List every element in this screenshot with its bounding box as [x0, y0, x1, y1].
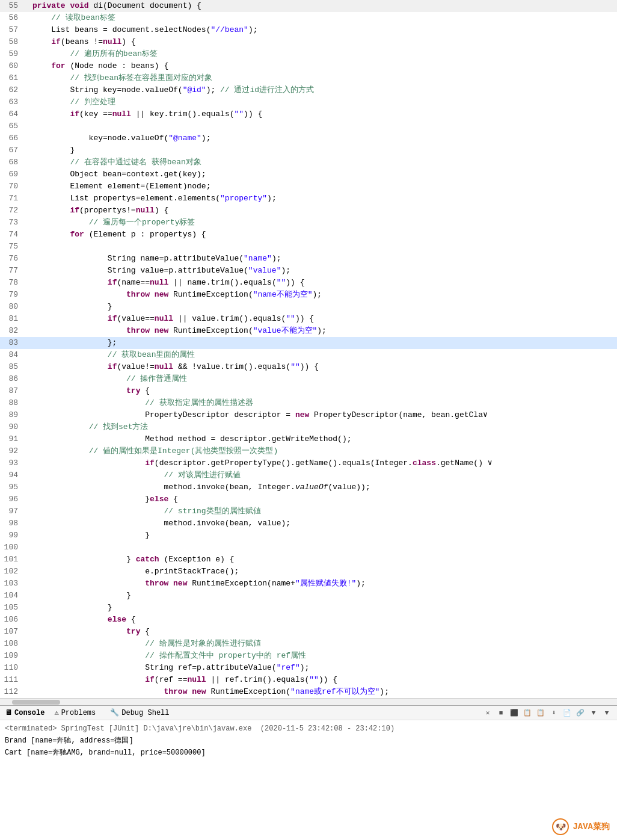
- line-number: 77: [0, 265, 23, 277]
- code-line: 107 try {: [0, 626, 617, 638]
- code-line: 61 // 找到bean标签在容器里面对应的对象: [0, 72, 617, 84]
- scrollbar-thumb[interactable]: [12, 700, 60, 705]
- code-line: 71 List propertys=element.elements("prop…: [0, 193, 617, 205]
- toolbar-btn-3[interactable]: ⬇: [548, 708, 559, 718]
- code-line: 74 for (Element p : propertys) {: [0, 229, 617, 241]
- line-content: // 操作配置文件中 property中的 ref属性: [30, 650, 617, 662]
- line-number: 64: [0, 108, 23, 120]
- line-content: // 判空处理: [30, 96, 617, 108]
- code-line: 92 // 値的属性如果是Integer(其他类型按照一次类型): [0, 445, 617, 457]
- code-line: 85 if(value!=null && !value.trim().equal…: [0, 361, 617, 373]
- line-content: if(beans !=null) {: [30, 36, 617, 48]
- line-content: throw new RuntimeException(name+"属性赋値失败!…: [30, 578, 617, 590]
- code-line: 78 if(name==null || name.trim().equals("…: [0, 277, 617, 289]
- tab-console[interactable]: 🖥 Console: [5, 708, 45, 717]
- line-number: 91: [0, 433, 23, 445]
- line-content: else {: [30, 614, 617, 626]
- line-number: 103: [0, 578, 23, 590]
- line-number: 65: [0, 120, 23, 132]
- code-line: 89 PropertyDescriptor descriptor = new P…: [0, 409, 617, 421]
- line-content: // 获取bean里面的属性: [30, 349, 617, 361]
- code-line: 56 // 读取bean标签: [0, 12, 617, 24]
- code-line: 69 Object bean=context.get(key);: [0, 168, 617, 181]
- line-content: }: [30, 530, 617, 542]
- tab-problems[interactable]: ⚠ Problems: [54, 708, 96, 717]
- code-line: 105 }: [0, 602, 617, 614]
- code-line: 88 // 获取指定属性的属性描述器: [0, 397, 617, 409]
- clear-console-button[interactable]: ✕: [482, 708, 493, 718]
- line-number: 90: [0, 421, 23, 433]
- debug-shell-icon: 🔧: [110, 708, 119, 717]
- line-number: 81: [0, 313, 23, 325]
- line-content: // string类型的属性赋値: [30, 505, 617, 517]
- tab-debug-shell[interactable]: 🔧 Debug Shell: [110, 708, 169, 717]
- line-content: method.invoke(bean, Integer.valueOf(valu…: [30, 481, 617, 493]
- line-number: 60: [0, 60, 23, 72]
- line-number: 83: [0, 337, 23, 349]
- toolbar-btn-4[interactable]: 📄: [562, 708, 572, 718]
- line-number: 59: [0, 48, 23, 60]
- toolbar-btn-2[interactable]: 📋: [535, 708, 546, 718]
- bottom-logo-area: 🐶 JAVA菜狗: [552, 818, 610, 835]
- code-line: 99 }: [0, 530, 617, 542]
- code-line: 111 if(ref ==null || ref.trim().equals("…: [0, 674, 617, 686]
- line-content: // 给属性是对象的属性进行赋値: [30, 638, 617, 650]
- line-number: 94: [0, 469, 23, 481]
- line-number: 75: [0, 241, 23, 253]
- problems-tab-label: Problems: [61, 709, 96, 717]
- toolbar-btn-5[interactable]: 🔗: [575, 708, 586, 718]
- line-content: };: [30, 337, 617, 349]
- code-line: 60 for (Node node : beans) {: [0, 60, 617, 72]
- code-line: 83 };: [0, 337, 617, 349]
- line-number: 73: [0, 217, 23, 229]
- line-number: 56: [0, 12, 23, 24]
- disconnect-button[interactable]: ⬛: [509, 708, 520, 718]
- line-number: 93: [0, 457, 23, 469]
- code-line: 94 // 对该属性进行赋値: [0, 469, 617, 481]
- line-content: throw new RuntimeException("name不能为空");: [30, 289, 617, 301]
- line-content: List beans = document.selectNodes("//bea…: [30, 24, 617, 36]
- line-content: String name=p.attributeValue("name");: [30, 253, 617, 265]
- code-line: 76 String name=p.attributeValue("name");: [0, 253, 617, 265]
- terminate-button[interactable]: ■: [496, 708, 506, 718]
- line-number: 86: [0, 373, 23, 385]
- line-number: 101: [0, 554, 23, 566]
- console-monitor-icon: 🖥: [5, 708, 12, 717]
- line-number: 78: [0, 277, 23, 289]
- line-content: // 操作普通属性: [30, 373, 617, 385]
- code-line: 75: [0, 241, 617, 253]
- line-content: // 获取指定属性的属性描述器: [30, 397, 617, 409]
- line-number: 99: [0, 530, 23, 542]
- code-line: 72 if(propertys!=null) {: [0, 205, 617, 217]
- code-line: 73 // 遍历每一个property标签: [0, 217, 617, 229]
- horizontal-scrollbar[interactable]: [0, 698, 617, 705]
- terminated-line: <terminated> SpringTest [JUnit] D:\java\…: [5, 723, 612, 735]
- code-line: 106 else {: [0, 614, 617, 626]
- line-content: Element element=(Element)node;: [30, 181, 617, 193]
- code-line: 91 Method method = descriptor.getWriteMe…: [0, 433, 617, 445]
- code-line: 81 if(value==null || value.trim().equals…: [0, 313, 617, 325]
- code-line: 95 method.invoke(bean, Integer.valueOf(v…: [0, 481, 617, 493]
- code-line: 110 String ref=p.attributeValue("ref");: [0, 662, 617, 674]
- toolbar-btn-6[interactable]: ▼: [588, 708, 599, 718]
- line-number: 85: [0, 361, 23, 373]
- code-editor: 55private void di(Document document) {56…: [0, 0, 617, 698]
- line-content: try {: [30, 385, 617, 397]
- line-content: if(key ==null || key.trim().equals("")) …: [30, 108, 617, 120]
- line-number: 57: [0, 24, 23, 36]
- logo-icon: 🐶: [552, 818, 569, 835]
- toolbar-btn-7[interactable]: ▼: [601, 708, 612, 718]
- line-content: // 找到bean标签在容器里面对应的对象: [30, 72, 617, 84]
- code-line: 100: [0, 542, 617, 554]
- code-line: 64 if(key ==null || key.trim().equals(""…: [0, 108, 617, 120]
- line-number: 97: [0, 505, 23, 517]
- line-number: 96: [0, 493, 23, 505]
- line-number: 107: [0, 626, 23, 638]
- console-tab-label: Console: [14, 709, 45, 717]
- code-line: 112 throw new RuntimeException("name或ref…: [0, 686, 617, 698]
- line-content: if(value!=null && !value.trim().equals("…: [30, 361, 617, 373]
- toolbar-btn-1[interactable]: 📋: [522, 708, 533, 718]
- line-content: // 遍历每一个property标签: [30, 217, 617, 229]
- line-content: if(descriptor.getPropertyType().getName(…: [30, 457, 617, 469]
- code-line: 104 }: [0, 590, 617, 602]
